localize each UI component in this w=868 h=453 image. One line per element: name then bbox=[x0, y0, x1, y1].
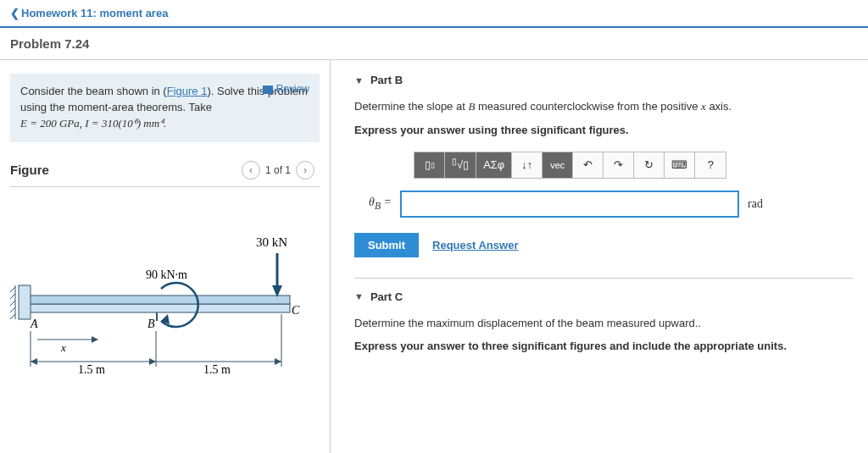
pager-prev-button[interactable]: ‹ bbox=[242, 161, 260, 180]
svg-marker-21 bbox=[275, 358, 281, 365]
tool-redo-button[interactable]: ↷ bbox=[604, 152, 634, 178]
info-equation: E = 200 GPa, I = 310(10⁶) mm⁴. bbox=[20, 117, 166, 130]
pager-text: 1 of 1 bbox=[265, 164, 291, 176]
label-C: C bbox=[292, 304, 300, 317]
part-b-description: Determine the slope at B measured counte… bbox=[354, 98, 853, 115]
svg-rect-0 bbox=[27, 304, 290, 312]
svg-rect-2 bbox=[19, 285, 31, 319]
svg-marker-14 bbox=[92, 336, 98, 343]
info-text-1: Consider the beam shown in ( bbox=[20, 85, 167, 97]
part-b-instruction: Express your answer using three signific… bbox=[354, 124, 853, 136]
tool-undo-button[interactable]: ↶ bbox=[573, 152, 604, 178]
svg-rect-1 bbox=[27, 296, 290, 304]
figure-pager: ‹ 1 of 1 › bbox=[242, 161, 314, 180]
svg-rect-12 bbox=[156, 312, 158, 321]
svg-line-6 bbox=[10, 301, 15, 306]
part-c-header[interactable]: ▼ Part C bbox=[354, 290, 853, 303]
review-link[interactable]: Review bbox=[263, 82, 309, 97]
part-c-title: Part C bbox=[370, 290, 403, 303]
part-c-description: Determine the maximum displacement of th… bbox=[354, 315, 853, 332]
answer-toolbar: ▯▯ ▯√▯ ΑΣφ ↓↑ vec ↶ ↷ ↻ ⌨ ? bbox=[414, 152, 726, 179]
figure-title: Figure bbox=[10, 163, 49, 177]
tool-sqrt-button[interactable]: ▯√▯ bbox=[445, 152, 476, 178]
label-A: A bbox=[30, 318, 38, 330]
moment-label: 90 kN·m bbox=[146, 268, 187, 281]
caret-down-icon: ▼ bbox=[354, 75, 364, 86]
right-panel: ▼ Part B Determine the slope at B measur… bbox=[331, 60, 868, 453]
load-label: 30 kN bbox=[256, 235, 287, 249]
pager-next-button[interactable]: › bbox=[296, 161, 314, 180]
answer-input[interactable] bbox=[400, 191, 739, 218]
tool-format-button[interactable]: ▯▯ bbox=[415, 152, 445, 178]
review-label: Review bbox=[276, 83, 309, 95]
dim-1: 1.5 m bbox=[78, 363, 105, 376]
label-B: B bbox=[147, 318, 155, 330]
beam-diagram: 30 kN 90 kN·m A B C x 1.5 m bbox=[10, 194, 315, 389]
back-link[interactable]: ❮Homework 11: moment area bbox=[10, 7, 168, 19]
answer-label: θB = bbox=[354, 196, 392, 212]
problem-title: Problem 7.24 bbox=[0, 28, 868, 60]
left-panel: Review Consider the beam shown in (Figur… bbox=[0, 60, 331, 453]
svg-marker-17 bbox=[149, 358, 156, 365]
figure-frame: 30 kN 90 kN·m A B C x 1.5 m bbox=[10, 186, 320, 398]
tool-updown-button[interactable]: ↓↑ bbox=[512, 152, 542, 178]
answer-unit: rad bbox=[748, 197, 763, 211]
part-c-instruction: Express your answer to three significant… bbox=[354, 340, 853, 352]
tool-reset-button[interactable]: ↻ bbox=[634, 152, 665, 178]
dim-2: 1.5 m bbox=[203, 363, 231, 376]
tool-help-button[interactable]: ? bbox=[695, 152, 726, 178]
submit-button[interactable]: Submit bbox=[354, 233, 419, 257]
figure-link[interactable]: Figure 1 bbox=[167, 85, 208, 97]
tool-templates-button[interactable]: ΑΣφ bbox=[476, 152, 512, 178]
caret-down-icon: ▼ bbox=[354, 291, 364, 301]
label-x: x bbox=[60, 341, 66, 354]
chevron-left-icon: ❮ bbox=[10, 7, 19, 19]
part-b-header[interactable]: ▼ Part B bbox=[354, 74, 853, 86]
part-b-title: Part B bbox=[370, 74, 403, 86]
tool-vec-button[interactable]: vec bbox=[542, 152, 573, 178]
problem-statement: Review Consider the beam shown in (Figur… bbox=[10, 74, 320, 142]
flag-icon bbox=[263, 86, 273, 94]
svg-line-4 bbox=[10, 287, 15, 292]
request-answer-link[interactable]: Request Answer bbox=[432, 239, 518, 251]
back-link-label: Homework 11: moment area bbox=[21, 7, 168, 19]
svg-line-7 bbox=[10, 307, 15, 312]
svg-line-8 bbox=[10, 314, 15, 319]
svg-marker-16 bbox=[31, 358, 37, 365]
svg-line-5 bbox=[10, 294, 15, 299]
tool-keyboard-button[interactable]: ⌨ bbox=[665, 152, 695, 178]
